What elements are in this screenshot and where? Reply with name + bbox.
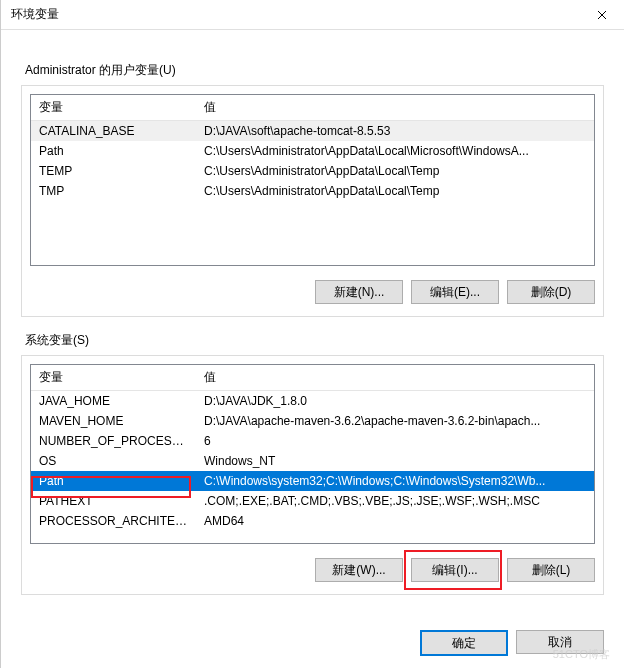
col-value[interactable]: 值 [196, 365, 594, 391]
titlebar: 环境变量 [1, 0, 624, 30]
sys-vars-table[interactable]: 变量 值 JAVA_HOMED:\JAVA\JDK_1.8.0 MAVEN_HO… [30, 364, 595, 544]
close-button[interactable] [579, 0, 624, 30]
window-title: 环境变量 [11, 6, 59, 23]
user-vars-table[interactable]: 变量 值 CATALINA_BASED:\JAVA\soft\apache-to… [30, 94, 595, 266]
table-row[interactable]: TEMPC:\Users\Administrator\AppData\Local… [31, 161, 594, 181]
user-vars-label: Administrator 的用户变量(U) [25, 62, 604, 79]
table-row[interactable]: OSWindows_NT [31, 451, 594, 471]
table-row[interactable]: CATALINA_BASED:\JAVA\soft\apache-tomcat-… [31, 121, 594, 142]
user-vars-buttons: 新建(N)... 编辑(E)... 删除(D) [22, 266, 603, 316]
table-row[interactable]: NUMBER_OF_PROCESSORS6 [31, 431, 594, 451]
table-row[interactable]: MAVEN_HOMED:\JAVA\apache-maven-3.6.2\apa… [31, 411, 594, 431]
sys-vars-group: 变量 值 JAVA_HOMED:\JAVA\JDK_1.8.0 MAVEN_HO… [21, 355, 604, 595]
table-row[interactable]: PATHEXT.COM;.EXE;.BAT;.CMD;.VBS;.VBE;.JS… [31, 491, 594, 511]
table-row[interactable]: TMPC:\Users\Administrator\AppData\Local\… [31, 181, 594, 201]
table-row-selected[interactable]: PathC:\Windows\system32;C:\Windows;C:\Wi… [31, 471, 594, 491]
user-vars-group: 变量 值 CATALINA_BASED:\JAVA\soft\apache-to… [21, 85, 604, 317]
sys-delete-button[interactable]: 删除(L) [507, 558, 595, 582]
user-edit-button[interactable]: 编辑(E)... [411, 280, 499, 304]
sys-vars-label: 系统变量(S) [25, 332, 604, 349]
env-vars-dialog: 环境变量 Administrator 的用户变量(U) 变量 值 CATALIN… [0, 0, 624, 668]
dialog-footer: 确定 取消 [1, 620, 624, 668]
table-row[interactable]: PROCESSOR_ARCHITECT...AMD64 [31, 511, 594, 531]
sys-vars-buttons: 新建(W)... 编辑(I)... 删除(L) [22, 544, 603, 594]
col-name[interactable]: 变量 [31, 95, 196, 121]
user-delete-button[interactable]: 删除(D) [507, 280, 595, 304]
user-new-button[interactable]: 新建(N)... [315, 280, 403, 304]
watermark: 51CTO博客 [553, 647, 610, 662]
sys-new-button[interactable]: 新建(W)... [315, 558, 403, 582]
table-row[interactable]: PathC:\Users\Administrator\AppData\Local… [31, 141, 594, 161]
ok-button[interactable]: 确定 [420, 630, 508, 656]
table-row[interactable]: JAVA_HOMED:\JAVA\JDK_1.8.0 [31, 391, 594, 412]
sys-edit-button[interactable]: 编辑(I)... [411, 558, 499, 582]
col-value[interactable]: 值 [196, 95, 594, 121]
col-name[interactable]: 变量 [31, 365, 196, 391]
close-icon [597, 10, 607, 20]
